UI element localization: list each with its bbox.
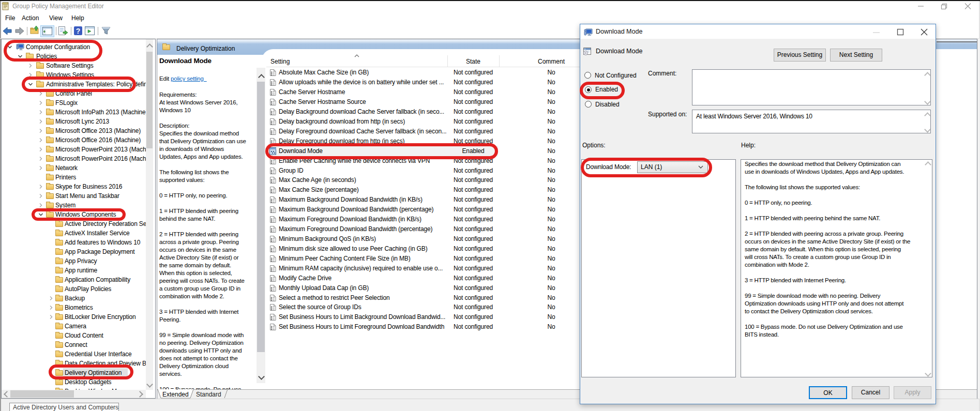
svg-text:?: ? — [76, 27, 81, 35]
